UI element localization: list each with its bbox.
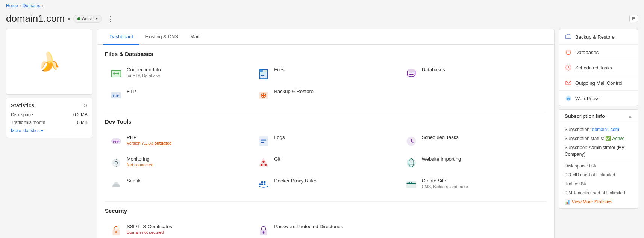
svg-rect-39 bbox=[264, 183, 265, 185]
files-databases-grid: Connection Info for FTP, Database bbox=[105, 63, 547, 106]
view-more-statistics-link[interactable]: 📊 View More Statistics bbox=[565, 199, 632, 205]
sidebar-wordpress-label: WordPress bbox=[575, 96, 632, 101]
databases-title: Databases bbox=[422, 67, 542, 72]
sidebar-mail-icon bbox=[565, 79, 572, 87]
svg-text:W: W bbox=[567, 97, 570, 101]
password-protected-text: Password-Protected Directories bbox=[274, 224, 394, 230]
sidebar-item-wordpress[interactable]: W WordPress bbox=[559, 91, 638, 106]
sub-traffic-row: Traffic: 0% bbox=[565, 181, 632, 187]
left-panel: 🍌 Statistics ↻ Disk space 0.2 MB Traffic… bbox=[6, 29, 92, 238]
sidebar-mail-label: Outgoing Mail Control bbox=[575, 80, 632, 86]
svg-rect-38 bbox=[261, 183, 263, 185]
sidebar-item-databases[interactable]: Databases bbox=[559, 45, 638, 60]
card-ssl[interactable]: SSL/TLS Certificates Domain not secured bbox=[105, 220, 252, 238]
svg-point-2 bbox=[113, 72, 115, 74]
backup-title: Backup & Restore bbox=[274, 89, 394, 94]
svg-point-3 bbox=[117, 72, 119, 74]
php-icon: PHP bbox=[109, 134, 123, 148]
statistics-box: Statistics ↻ Disk space 0.2 MB Traffic t… bbox=[6, 98, 92, 138]
breadcrumb-home[interactable]: Home bbox=[6, 3, 18, 8]
docker-icon bbox=[257, 178, 270, 191]
sub-subscription-row: Subscription: domain1.com bbox=[565, 126, 632, 133]
sidebar-scheduled-label: Scheduled Tasks bbox=[575, 65, 632, 71]
files-databases-title: Files & Databases bbox=[105, 51, 547, 57]
sidebar-item-scheduled-tasks[interactable]: Scheduled Tasks bbox=[559, 60, 638, 75]
card-create-site[interactable]: Create Site CMS, Builders, and more bbox=[400, 174, 547, 195]
card-connection-info[interactable]: Connection Info for FTP, Database bbox=[105, 63, 252, 84]
connection-info-title: Connection Info bbox=[127, 67, 247, 72]
card-seafile[interactable]: Seafile bbox=[105, 174, 252, 195]
svg-rect-52 bbox=[566, 35, 571, 39]
dev-tools-grid: PHP PHP Version 7.3.33 outdated bbox=[105, 131, 547, 195]
card-databases[interactable]: Databases bbox=[400, 63, 547, 84]
sidebar-databases-icon bbox=[565, 48, 572, 56]
sub-disk-label: Disk space: 0% bbox=[565, 163, 596, 169]
stats-refresh-icon[interactable]: ↻ bbox=[83, 102, 88, 108]
sub-subscriber-label: Subscriber: bbox=[565, 145, 588, 150]
breadcrumb-domains[interactable]: Domains bbox=[23, 3, 40, 8]
svg-point-46 bbox=[411, 182, 412, 183]
sidebar-item-backup[interactable]: Backup & Restore bbox=[559, 29, 638, 45]
seafile-title: Seafile bbox=[127, 178, 247, 184]
card-files[interactable]: Files bbox=[252, 63, 399, 84]
card-website-importing[interactable]: Website Importing bbox=[400, 152, 547, 173]
sidebar-wordpress-icon: W bbox=[565, 95, 572, 102]
ssl-title: SSL/TLS Certificates bbox=[127, 224, 247, 229]
git-icon bbox=[257, 156, 270, 170]
files-text: Files bbox=[274, 67, 394, 73]
website-importing-icon bbox=[405, 156, 418, 170]
card-password-protected[interactable]: Password-Protected Directories bbox=[252, 220, 399, 238]
sub-traffic-label: Traffic: 0% bbox=[565, 181, 586, 187]
domain-dropdown-icon[interactable]: ▾ bbox=[68, 16, 70, 22]
tab-mail[interactable]: Mail bbox=[184, 29, 205, 45]
tab-hosting-dns[interactable]: Hosting & DNS bbox=[139, 29, 184, 45]
chart-icon: 📊 bbox=[565, 199, 570, 205]
subscription-info-card: Subscription Info ▲ Subscription: domain… bbox=[559, 109, 638, 209]
more-options-icon[interactable]: ⋮ bbox=[105, 14, 116, 24]
card-ftp[interactable]: FTP FTP bbox=[105, 85, 252, 106]
card-docker[interactable]: Docker Proxy Rules bbox=[252, 174, 399, 195]
sub-subscription-label: Subscription: bbox=[565, 127, 591, 132]
more-statistics-link[interactable]: More statistics ▾ bbox=[11, 128, 88, 133]
svg-point-8 bbox=[407, 69, 415, 72]
connection-info-icon bbox=[109, 67, 123, 80]
card-php[interactable]: PHP PHP Version 7.3.33 outdated bbox=[105, 131, 252, 152]
svg-text:FTP: FTP bbox=[113, 94, 120, 98]
disk-space-row: Disk space 0.2 MB bbox=[11, 112, 88, 117]
monitoring-title: Monitoring bbox=[127, 156, 247, 162]
subscription-collapse-icon[interactable]: ▲ bbox=[628, 114, 632, 119]
dev-tools-section: Dev Tools PHP PHP Version 7.3.33 outdate… bbox=[97, 112, 554, 201]
svg-text:PHP: PHP bbox=[113, 140, 120, 143]
sidebar-item-outgoing-mail[interactable]: Outgoing Mail Control bbox=[559, 75, 638, 91]
password-protected-icon bbox=[257, 224, 270, 237]
sub-subscription-value[interactable]: domain1.com bbox=[592, 127, 619, 132]
sub-status-row: Subscription status: ✅ Active bbox=[565, 135, 632, 142]
php-subtitle: Version 7.3.33 outdated bbox=[127, 141, 247, 145]
breadcrumb-sep1: › bbox=[20, 3, 21, 8]
active-badge[interactable]: Active ▾ bbox=[73, 15, 102, 23]
svg-rect-7 bbox=[260, 69, 263, 72]
svg-rect-40 bbox=[261, 181, 263, 183]
svg-rect-37 bbox=[259, 183, 261, 185]
card-backup[interactable]: Backup & Restore bbox=[252, 85, 399, 106]
sub-status-icon: ✅ bbox=[605, 136, 612, 141]
content-panel: Dashboard Hosting & DNS Mail Files & Dat… bbox=[97, 29, 555, 238]
databases-text: Databases bbox=[422, 67, 542, 73]
sidebar-backup-label: Backup & Restore bbox=[575, 34, 632, 40]
card-git[interactable]: Git bbox=[252, 152, 399, 173]
git-text: Git bbox=[274, 156, 394, 163]
card-scheduled-tasks[interactable]: Scheduled Tasks bbox=[400, 131, 547, 152]
files-title: Files bbox=[274, 67, 394, 72]
collapse-button[interactable]: ⊟ bbox=[629, 15, 638, 22]
tab-dashboard[interactable]: Dashboard bbox=[103, 29, 139, 45]
logs-title: Logs bbox=[274, 134, 394, 140]
active-dot bbox=[77, 17, 80, 20]
sub-subscriber-row: Subscriber: Administrator (My Company) bbox=[565, 144, 632, 158]
card-monitoring[interactable]: Monitoring Not connected bbox=[105, 152, 252, 173]
security-grid: SSL/TLS Certificates Domain not secured bbox=[105, 220, 547, 238]
svg-point-53 bbox=[566, 50, 571, 52]
website-importing-text: Website Importing bbox=[422, 156, 542, 163]
security-title: Security bbox=[105, 208, 547, 214]
card-logs[interactable]: Logs bbox=[252, 131, 399, 152]
right-sidebar: Backup & Restore Databases Scheduled Tas… bbox=[559, 29, 638, 238]
